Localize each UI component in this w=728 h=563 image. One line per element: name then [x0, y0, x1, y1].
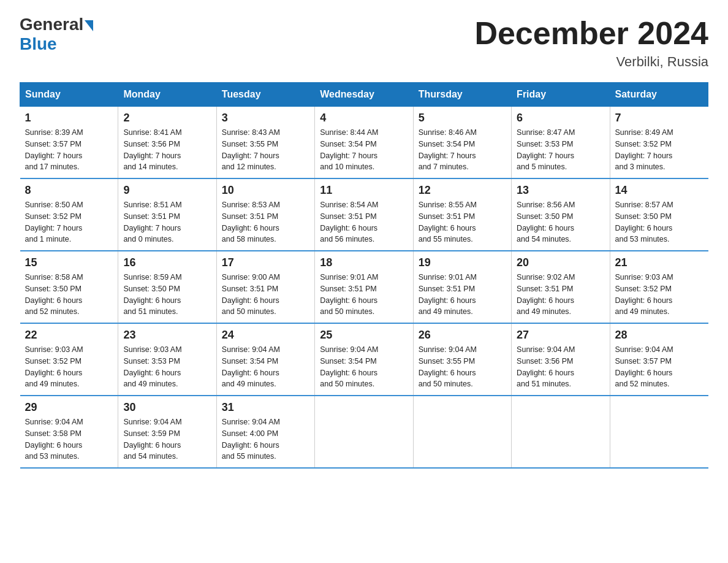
day-cell: 30Sunrise: 9:04 AM Sunset: 3:59 PM Dayli… [118, 396, 216, 468]
day-cell: 5Sunrise: 8:46 AM Sunset: 3:54 PM Daylig… [413, 107, 511, 179]
day-number: 6 [517, 112, 604, 124]
day-cell: 15Sunrise: 8:58 AM Sunset: 3:50 PM Dayli… [20, 251, 118, 323]
logo-blue-text: Blue [20, 34, 93, 54]
day-cell: 7Sunrise: 8:49 AM Sunset: 3:52 PM Daylig… [610, 107, 708, 179]
day-number: 17 [222, 256, 309, 269]
day-cell: 1Sunrise: 8:39 AM Sunset: 3:57 PM Daylig… [20, 107, 118, 179]
day-number: 31 [222, 401, 309, 414]
day-info: Sunrise: 9:01 AM Sunset: 3:51 PM Dayligh… [419, 272, 506, 318]
day-number: 15 [25, 256, 113, 269]
day-info: Sunrise: 8:56 AM Sunset: 3:50 PM Dayligh… [517, 199, 604, 245]
day-info: Sunrise: 9:03 AM Sunset: 3:52 PM Dayligh… [25, 344, 113, 390]
day-cell: 29Sunrise: 9:04 AM Sunset: 3:58 PM Dayli… [20, 396, 118, 468]
day-cell: 31Sunrise: 9:04 AM Sunset: 4:00 PM Dayli… [216, 396, 314, 468]
day-info: Sunrise: 8:43 AM Sunset: 3:55 PM Dayligh… [222, 127, 309, 173]
week-row-2: 8Sunrise: 8:50 AM Sunset: 3:52 PM Daylig… [20, 178, 708, 251]
day-number: 4 [320, 112, 408, 124]
day-cell: 12Sunrise: 8:55 AM Sunset: 3:51 PM Dayli… [413, 178, 511, 251]
day-cell: 24Sunrise: 9:04 AM Sunset: 3:54 PM Dayli… [216, 323, 314, 396]
day-number: 16 [123, 256, 211, 269]
day-cell [315, 396, 413, 468]
day-cell [512, 396, 610, 468]
day-info: Sunrise: 8:55 AM Sunset: 3:51 PM Dayligh… [419, 199, 506, 245]
header-row: SundayMondayTuesdayWednesdayThursdayFrid… [20, 83, 708, 107]
day-info: Sunrise: 8:50 AM Sunset: 3:52 PM Dayligh… [25, 199, 113, 245]
day-info: Sunrise: 9:03 AM Sunset: 3:52 PM Dayligh… [615, 272, 703, 318]
logo-arrow-icon [85, 20, 93, 31]
day-info: Sunrise: 9:02 AM Sunset: 3:51 PM Dayligh… [517, 272, 604, 318]
day-cell: 2Sunrise: 8:41 AM Sunset: 3:56 PM Daylig… [118, 107, 216, 179]
day-number: 24 [222, 329, 309, 342]
day-info: Sunrise: 9:04 AM Sunset: 3:55 PM Dayligh… [419, 344, 506, 390]
day-cell: 25Sunrise: 9:04 AM Sunset: 3:54 PM Dayli… [315, 323, 413, 396]
day-number: 29 [25, 401, 113, 414]
day-number: 5 [419, 112, 506, 124]
day-info: Sunrise: 8:51 AM Sunset: 3:51 PM Dayligh… [123, 199, 211, 245]
day-info: Sunrise: 8:47 AM Sunset: 3:53 PM Dayligh… [517, 127, 604, 173]
day-number: 9 [123, 184, 211, 197]
day-number: 2 [123, 112, 211, 124]
day-number: 11 [320, 184, 408, 197]
day-number: 13 [517, 184, 604, 197]
day-info: Sunrise: 8:41 AM Sunset: 3:56 PM Dayligh… [123, 127, 211, 173]
day-number: 12 [419, 184, 506, 197]
day-number: 23 [123, 329, 211, 342]
day-cell: 4Sunrise: 8:44 AM Sunset: 3:54 PM Daylig… [315, 107, 413, 179]
header-cell-wednesday: Wednesday [315, 83, 413, 107]
day-info: Sunrise: 9:04 AM Sunset: 3:58 PM Dayligh… [25, 416, 113, 462]
day-number: 18 [320, 256, 408, 269]
week-row-4: 22Sunrise: 9:03 AM Sunset: 3:52 PM Dayli… [20, 323, 708, 396]
title-section: December 2024 Verbilki, Russia [474, 15, 708, 70]
day-info: Sunrise: 9:01 AM Sunset: 3:51 PM Dayligh… [320, 272, 408, 318]
day-info: Sunrise: 8:58 AM Sunset: 3:50 PM Dayligh… [25, 272, 113, 318]
day-info: Sunrise: 9:04 AM Sunset: 3:59 PM Dayligh… [123, 416, 211, 462]
week-row-3: 15Sunrise: 8:58 AM Sunset: 3:50 PM Dayli… [20, 251, 708, 323]
week-row-1: 1Sunrise: 8:39 AM Sunset: 3:57 PM Daylig… [20, 107, 708, 179]
day-number: 22 [25, 329, 113, 342]
day-info: Sunrise: 9:04 AM Sunset: 3:54 PM Dayligh… [222, 344, 309, 390]
day-info: Sunrise: 9:04 AM Sunset: 3:54 PM Dayligh… [320, 344, 408, 390]
logo-general-text: General [20, 15, 83, 34]
day-info: Sunrise: 8:57 AM Sunset: 3:50 PM Dayligh… [615, 199, 703, 245]
header-cell-sunday: Sunday [20, 83, 118, 107]
page-header: General Blue December 2024 Verbilki, Rus… [20, 15, 708, 70]
day-cell: 3Sunrise: 8:43 AM Sunset: 3:55 PM Daylig… [216, 107, 314, 179]
day-info: Sunrise: 8:54 AM Sunset: 3:51 PM Dayligh… [320, 199, 408, 245]
day-number: 20 [517, 256, 604, 269]
day-cell: 8Sunrise: 8:50 AM Sunset: 3:52 PM Daylig… [20, 178, 118, 251]
day-info: Sunrise: 9:03 AM Sunset: 3:53 PM Dayligh… [123, 344, 211, 390]
day-cell [610, 396, 708, 468]
day-cell: 10Sunrise: 8:53 AM Sunset: 3:51 PM Dayli… [216, 178, 314, 251]
day-cell [413, 396, 511, 468]
day-cell: 28Sunrise: 9:04 AM Sunset: 3:57 PM Dayli… [610, 323, 708, 396]
day-info: Sunrise: 8:44 AM Sunset: 3:54 PM Dayligh… [320, 127, 408, 173]
header-cell-tuesday: Tuesday [216, 83, 314, 107]
header-cell-thursday: Thursday [413, 83, 511, 107]
day-cell: 26Sunrise: 9:04 AM Sunset: 3:55 PM Dayli… [413, 323, 511, 396]
day-cell: 20Sunrise: 9:02 AM Sunset: 3:51 PM Dayli… [512, 251, 610, 323]
day-number: 21 [615, 256, 703, 269]
day-number: 25 [320, 329, 408, 342]
calendar-header: SundayMondayTuesdayWednesdayThursdayFrid… [20, 83, 708, 107]
day-cell: 23Sunrise: 9:03 AM Sunset: 3:53 PM Dayli… [118, 323, 216, 396]
day-cell: 21Sunrise: 9:03 AM Sunset: 3:52 PM Dayli… [610, 251, 708, 323]
day-cell: 13Sunrise: 8:56 AM Sunset: 3:50 PM Dayli… [512, 178, 610, 251]
day-info: Sunrise: 9:04 AM Sunset: 3:57 PM Dayligh… [615, 344, 703, 390]
day-number: 7 [615, 112, 703, 124]
day-number: 30 [123, 401, 211, 414]
calendar-title: December 2024 [474, 15, 708, 52]
day-cell: 17Sunrise: 9:00 AM Sunset: 3:51 PM Dayli… [216, 251, 314, 323]
day-cell: 6Sunrise: 8:47 AM Sunset: 3:53 PM Daylig… [512, 107, 610, 179]
day-info: Sunrise: 8:49 AM Sunset: 3:52 PM Dayligh… [615, 127, 703, 173]
day-number: 3 [222, 112, 309, 124]
day-cell: 9Sunrise: 8:51 AM Sunset: 3:51 PM Daylig… [118, 178, 216, 251]
day-number: 14 [615, 184, 703, 197]
header-cell-friday: Friday [512, 83, 610, 107]
day-info: Sunrise: 9:04 AM Sunset: 4:00 PM Dayligh… [222, 416, 309, 462]
day-number: 1 [25, 112, 113, 124]
day-info: Sunrise: 8:53 AM Sunset: 3:51 PM Dayligh… [222, 199, 309, 245]
calendar-table: SundayMondayTuesdayWednesdayThursdayFrid… [20, 82, 708, 469]
logo: General Blue [20, 15, 93, 54]
day-info: Sunrise: 9:00 AM Sunset: 3:51 PM Dayligh… [222, 272, 309, 318]
calendar-body: 1Sunrise: 8:39 AM Sunset: 3:57 PM Daylig… [20, 107, 708, 469]
